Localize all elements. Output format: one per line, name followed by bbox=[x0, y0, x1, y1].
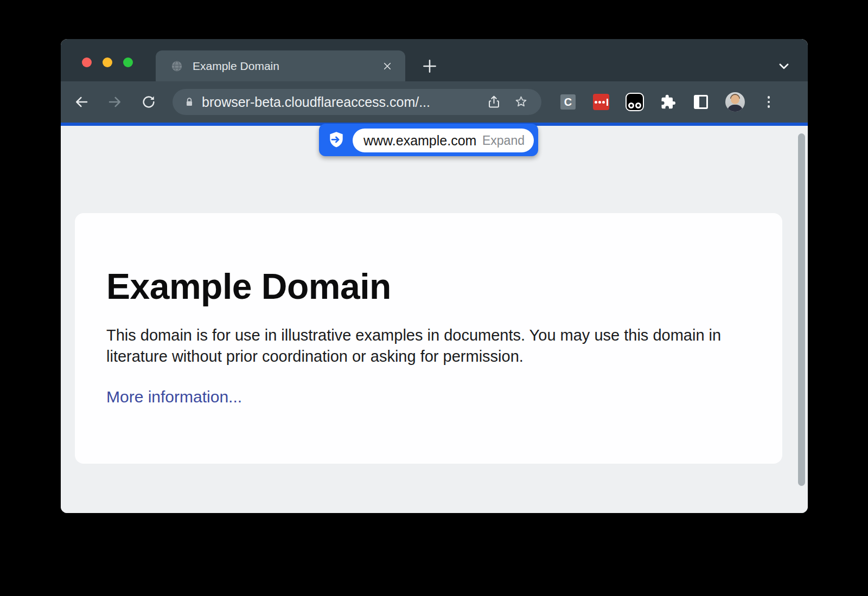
extensions-puzzle-icon[interactable] bbox=[660, 94, 676, 110]
address-bar[interactable]: browser-beta.cloudflareaccess.com/... bbox=[173, 89, 541, 115]
browser-menu-icon[interactable] bbox=[765, 94, 772, 110]
isolation-host-pill: www.example.com Expand bbox=[319, 124, 538, 156]
host-pill: www.example.com Expand bbox=[353, 129, 534, 152]
back-button[interactable] bbox=[73, 94, 90, 110]
extension-black-circles-icon[interactable] bbox=[626, 93, 644, 111]
new-tab-button[interactable] bbox=[420, 57, 439, 75]
bookmark-star-icon[interactable] bbox=[514, 95, 528, 110]
lock-icon[interactable] bbox=[184, 96, 195, 108]
side-panel-icon[interactable] bbox=[694, 95, 708, 109]
expand-button[interactable]: Expand bbox=[482, 133, 525, 148]
globe-favicon-icon bbox=[171, 60, 183, 72]
extension-c-icon[interactable]: C bbox=[560, 94, 576, 110]
page-title: Example Domain bbox=[106, 266, 782, 307]
share-icon[interactable] bbox=[487, 95, 501, 110]
example-domain-card: Example Domain This domain is for use in… bbox=[75, 213, 782, 464]
shield-arrow-icon bbox=[328, 131, 344, 149]
isolated-hostname: www.example.com bbox=[363, 133, 476, 149]
browser-window: Example Domain bbox=[61, 39, 808, 513]
close-window-button[interactable] bbox=[82, 57, 92, 67]
extension-c-label: C bbox=[564, 96, 572, 108]
zoom-window-button[interactable] bbox=[123, 57, 133, 67]
minimize-window-button[interactable] bbox=[103, 57, 112, 67]
profile-avatar[interactable] bbox=[725, 92, 745, 112]
chevron-down-icon[interactable] bbox=[777, 59, 791, 73]
tab-strip: Example Domain bbox=[61, 39, 808, 81]
page-content: www.example.com Expand Example Domain Th… bbox=[61, 126, 808, 513]
more-information-link[interactable]: More information... bbox=[106, 388, 242, 406]
reload-button[interactable] bbox=[141, 94, 157, 110]
scrollbar-thumb[interactable] bbox=[798, 133, 805, 486]
tab-example-domain[interactable]: Example Domain bbox=[156, 50, 405, 81]
toolbar: browser-beta.cloudflareaccess.com/... C bbox=[61, 81, 808, 123]
url-text: browser-beta.cloudflareaccess.com/... bbox=[202, 94, 430, 110]
tab-title: Example Domain bbox=[193, 60, 279, 73]
forward-button[interactable] bbox=[107, 94, 123, 110]
tab-close-icon[interactable] bbox=[382, 61, 392, 71]
page-paragraph: This domain is for use in illustrative e… bbox=[106, 325, 736, 367]
extension-red-dots-icon[interactable] bbox=[593, 94, 609, 110]
